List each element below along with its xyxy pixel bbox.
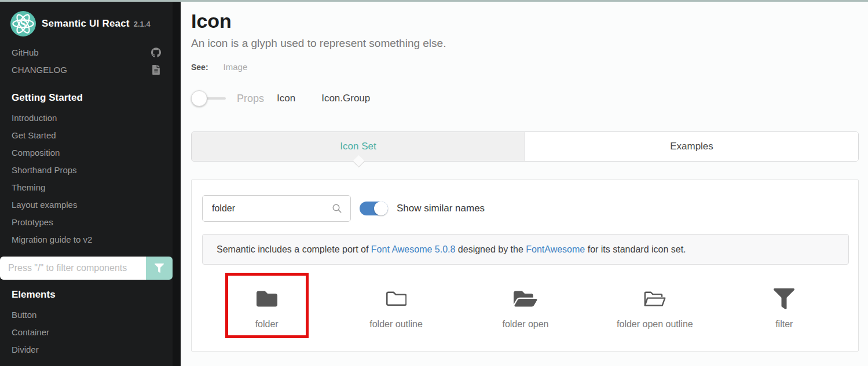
show-similar-label: Show similar names — [397, 203, 485, 214]
icon-result-label: folder open — [502, 319, 548, 330]
icon-result-folder-open[interactable]: folder open — [461, 273, 590, 343]
sidebar-item[interactable]: Get Started — [0, 127, 173, 144]
sidebar-scrollbar[interactable] — [173, 2, 181, 366]
show-similar-toggle-knob — [374, 202, 388, 215]
icon-result-label: folder — [255, 319, 279, 330]
icon-result-folder-outline[interactable]: folder outline — [331, 273, 460, 343]
icon-result-label: folder open outline — [617, 319, 693, 330]
elements-list: ButtonContainerDivider — [0, 306, 173, 358]
sidebar-item[interactable]: Layout examples — [0, 196, 173, 214]
component-filter — [0, 257, 173, 280]
sidebar-item[interactable]: Theming — [0, 179, 173, 196]
tab-menu: Icon Set Examples — [191, 131, 859, 162]
sidebar-item[interactable]: Container — [0, 324, 173, 341]
brand-version: 2.1.4 — [134, 20, 151, 28]
sidebar-section-getting-started: Getting Started — [0, 78, 173, 109]
icon-result-label: filter — [775, 319, 793, 330]
sidebar: S Semantic UI React 2.1.4 GitHub CHANGEL… — [0, 2, 173, 366]
icon-search-input[interactable] — [203, 203, 332, 214]
page: S Semantic UI React 2.1.4 GitHub CHANGEL… — [0, 0, 868, 366]
sidebar-link-github[interactable]: GitHub — [0, 43, 173, 61]
filter-icon — [774, 287, 794, 309]
props-toggle[interactable] — [191, 90, 227, 107]
changelog-link-label: CHANGELOG — [12, 65, 67, 75]
sidebar-item[interactable]: Introduction — [0, 109, 173, 127]
sidebar-item[interactable]: Shorthand Props — [0, 162, 173, 179]
icon-search — [202, 195, 351, 222]
props-toggle-knob — [191, 90, 207, 107]
github-link-label: GitHub — [12, 47, 39, 57]
search-icon — [332, 203, 342, 214]
props-menu: Props Icon Icon.Group — [191, 90, 370, 107]
icon-result-filter[interactable]: filter — [720, 273, 849, 343]
page-subtitle: An icon is a glyph used to represent som… — [191, 37, 446, 50]
brand-name: Semantic UI React — [42, 18, 130, 30]
funnel-icon — [155, 263, 164, 273]
props-item-icon[interactable]: Icon — [277, 93, 295, 104]
semantic-ui-logo-icon: S — [10, 11, 36, 36]
sidebar-item[interactable]: Prototypes — [0, 214, 173, 231]
font-awesome-link[interactable]: FontAwesome — [526, 244, 585, 254]
font-awesome-message: Semantic includes a complete port of Fon… — [202, 234, 849, 265]
folder-outline-icon — [386, 287, 406, 309]
tab-icon-set[interactable]: Icon Set — [192, 132, 525, 161]
component-filter-input[interactable] — [0, 257, 146, 280]
file-icon — [151, 65, 161, 75]
icon-result-folder-open-outline[interactable]: folder open outline — [590, 273, 719, 343]
component-filter-button[interactable] — [146, 257, 173, 280]
sidebar-item[interactable]: Composition — [0, 144, 173, 162]
sidebar-section-elements: Elements — [0, 280, 173, 306]
props-item-icon-group[interactable]: Icon.Group — [321, 93, 370, 104]
svg-text:S: S — [20, 18, 27, 30]
message-text: Semantic includes a complete port of Fon… — [217, 244, 686, 255]
tab-examples[interactable]: Examples — [525, 132, 858, 161]
getting-started-list: IntroductionGet StartedCompositionShorth… — [0, 109, 173, 248]
icon-set-panel: Show similar names Semantic includes a c… — [191, 180, 859, 352]
icon-result-label: folder outline — [369, 319, 423, 330]
sidebar-link-changelog[interactable]: CHANGELOG — [0, 61, 173, 78]
sidebar-item[interactable]: Divider — [0, 341, 173, 358]
icon-result-folder[interactable]: folder — [202, 273, 331, 343]
folder-open-outline-icon — [643, 287, 667, 309]
brand-header[interactable]: S Semantic UI React 2.1.4 — [0, 2, 173, 43]
sidebar-item[interactable]: Button — [0, 306, 173, 324]
page-title: Icon — [191, 10, 232, 32]
font-awesome-version-link[interactable]: Font Awesome 5.0.8 — [371, 244, 456, 254]
see-also-row: See:Image — [191, 62, 247, 72]
props-toggle-label[interactable]: Props — [237, 93, 264, 105]
main-content: Icon An icon is a glyph used to represen… — [181, 2, 868, 366]
see-label: See: — [191, 63, 208, 72]
sidebar-item[interactable]: Migration guide to v2 — [0, 231, 173, 248]
icon-results: folder folder outline folder open — [202, 273, 849, 343]
github-icon — [151, 47, 161, 57]
folder-open-icon — [514, 287, 537, 309]
show-similar-toggle[interactable] — [360, 202, 388, 215]
see-link-image[interactable]: Image — [224, 62, 248, 72]
folder-icon — [257, 287, 277, 309]
